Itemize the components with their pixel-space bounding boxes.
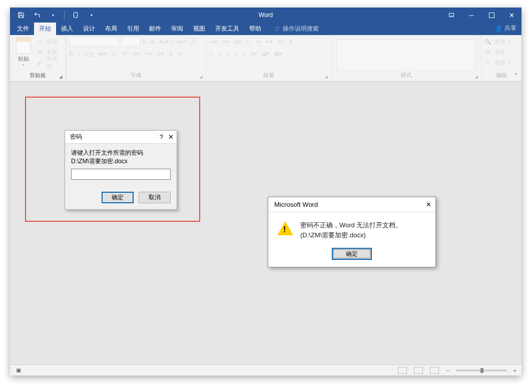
maximize-button[interactable] [481, 8, 501, 23]
status-right: − + [398, 367, 516, 374]
subscript-button[interactable]: X₂ [112, 51, 118, 57]
superscript-button[interactable]: X² [123, 51, 128, 57]
tell-me-label: 操作说明搜索 [283, 25, 319, 33]
qat-touch-mode-button[interactable] [69, 9, 83, 21]
find-button[interactable]: 🔍查找▾ [484, 37, 510, 46]
justify-icon[interactable]: ≡ [234, 51, 237, 57]
qat-undo-button[interactable] [30, 9, 44, 21]
share-icon: 👤 [495, 25, 502, 32]
view-web-layout[interactable] [430, 367, 439, 374]
close-icon[interactable]: ✕ [426, 201, 431, 208]
zoom-out-button[interactable]: − [446, 367, 449, 373]
tab-design[interactable]: 设计 [78, 23, 100, 35]
error-ok-button[interactable]: 确定 [332, 248, 372, 260]
warning-icon [277, 221, 293, 235]
tab-file[interactable]: 文件 [12, 23, 34, 35]
grow-font-icon[interactable]: A↑ [142, 39, 149, 45]
dialog-launcher-icon[interactable]: ◢ [59, 74, 63, 79]
tab-review[interactable]: 审阅 [166, 23, 188, 35]
group-clipboard-label: 剪贴板◢ [13, 71, 63, 80]
zoom-in-button[interactable]: + [513, 367, 516, 373]
close-button[interactable]: ✕ [501, 8, 521, 23]
text-direction-icon[interactable]: ✕▾ [265, 39, 273, 45]
macro-record-icon[interactable]: ▣ [15, 367, 22, 374]
multilevel-icon[interactable]: ⊟▾ [234, 39, 241, 45]
password-prompt-text: 请键入打开文件所需的密码 [71, 149, 171, 157]
password-dialog-titlebar[interactable]: 密码 ? ✕ [65, 131, 177, 144]
password-input[interactable] [71, 169, 171, 180]
increase-indent-icon[interactable]: ⇥ [256, 39, 260, 45]
clear-format-icon[interactable]: ◇ [171, 39, 175, 45]
cut-button[interactable]: ✂剪切 [37, 37, 63, 46]
font-size-combo[interactable] [121, 37, 140, 47]
italic-button[interactable]: I [78, 51, 80, 57]
brush-icon: 🖌 [37, 59, 44, 66]
error-dialog-titlebar[interactable]: Microsoft Word ✕ [268, 197, 435, 212]
tab-help[interactable]: 帮助 [244, 23, 266, 35]
distributed-icon[interactable]: ≡ [242, 51, 245, 57]
help-icon[interactable]: ? [160, 133, 163, 141]
strike-button[interactable]: abc [98, 51, 107, 57]
document-canvas: 密码 ? ✕ 请键入打开文件所需的密码 D:\ZM\需要加密.docx 确定 取… [10, 82, 521, 364]
dialog-launcher-icon[interactable]: ◢ [199, 74, 203, 79]
close-icon[interactable]: ✕ [168, 133, 174, 141]
shrink-font-icon[interactable]: A↓ [151, 39, 157, 45]
qat-customize-button[interactable]: ▾ [85, 9, 99, 21]
ribbon-tabs: 文件 开始 插入 设计 布局 引用 邮件 审阅 视图 开发工具 帮助 ♡ 操作说… [10, 23, 521, 35]
tab-layout[interactable]: 布局 [100, 23, 122, 35]
svg-rect-2 [489, 13, 494, 18]
numbering-icon[interactable]: ≡▾ [223, 39, 229, 45]
format-painter-button[interactable]: 🖌格式刷 [37, 58, 63, 67]
group-paragraph-label: 段落◢ [209, 71, 328, 80]
qat-undo-more[interactable]: ▾ [46, 9, 60, 21]
align-right-icon[interactable]: ≡ [226, 51, 229, 57]
tab-insert[interactable]: 插入 [56, 23, 78, 35]
align-center-icon[interactable]: ≡ [217, 51, 220, 57]
align-left-icon[interactable]: ≡ [209, 51, 212, 57]
tab-mailings[interactable]: 邮件 [144, 23, 166, 35]
show-marks-icon[interactable]: ¶ [289, 39, 292, 45]
tab-home[interactable]: 开始 [34, 23, 56, 35]
tab-developer[interactable]: 开发工具 [210, 23, 244, 35]
zoom-slider[interactable] [456, 369, 506, 371]
styles-gallery[interactable] [336, 39, 476, 71]
font-color-icon[interactable]: A▾ [157, 51, 164, 57]
replace-button[interactable]: ab替换 [484, 48, 505, 57]
group-font: A↑ A↓ Aa▾ ◇ wén A B I U ▾ abc X₂ X² A▾ ✎… [66, 35, 206, 81]
text-effects-icon[interactable]: A▾ [133, 51, 140, 57]
tab-references[interactable]: 引用 [122, 23, 144, 35]
underline-button[interactable]: U ▾ [85, 51, 93, 57]
minimize-button[interactable]: ─ [461, 8, 481, 23]
error-line2: (D:\ZM\需要加密.docx) [300, 230, 402, 240]
char-border-icon[interactable]: A [189, 38, 196, 45]
annotation-red-box: 密码 ? ✕ 请键入打开文件所需的密码 D:\ZM\需要加密.docx 确定 取… [25, 97, 200, 222]
bullets-icon[interactable]: ≔▾ [209, 39, 218, 45]
dialog-launcher-icon[interactable]: ◢ [324, 74, 328, 79]
tell-me-search[interactable]: ♡ 操作说明搜索 [270, 23, 323, 35]
qat-save-button[interactable] [14, 9, 28, 21]
password-cancel-button[interactable]: 取消 [139, 192, 171, 203]
share-button[interactable]: 👤 共享 [495, 24, 516, 33]
enclose-chars-icon[interactable]: ㊥ [178, 50, 183, 58]
phonetic-icon[interactable]: wén [177, 39, 187, 45]
bold-button[interactable]: B [69, 51, 73, 57]
shading-icon[interactable]: ◪▾ [261, 51, 269, 57]
change-case-icon[interactable]: Aa▾ [159, 39, 169, 45]
view-read-mode[interactable] [398, 367, 407, 374]
ribbon-display-options[interactable] [441, 8, 461, 23]
char-shading-icon[interactable]: A [169, 51, 173, 57]
view-print-layout[interactable] [414, 367, 423, 374]
dialog-launcher-icon[interactable]: ◢ [474, 74, 478, 79]
borders-icon[interactable]: ▦▾ [274, 51, 282, 57]
highlight-icon[interactable]: ✎▾ [145, 51, 152, 57]
line-spacing-icon[interactable]: ‡▾ [250, 51, 256, 57]
font-family-combo[interactable] [69, 37, 119, 47]
password-ok-button[interactable]: 确定 [102, 192, 134, 203]
sort-icon[interactable]: A↓ [278, 39, 284, 45]
decrease-indent-icon[interactable]: ⇤ [246, 39, 251, 45]
paste-button[interactable]: 粘贴 ▾ [13, 37, 34, 67]
collapse-ribbon-icon[interactable]: ⌃ [513, 72, 518, 79]
zoom-slider-thumb[interactable] [480, 368, 483, 373]
tab-view[interactable]: 视图 [188, 23, 210, 35]
select-button[interactable]: ↖选择▾ [484, 58, 510, 67]
